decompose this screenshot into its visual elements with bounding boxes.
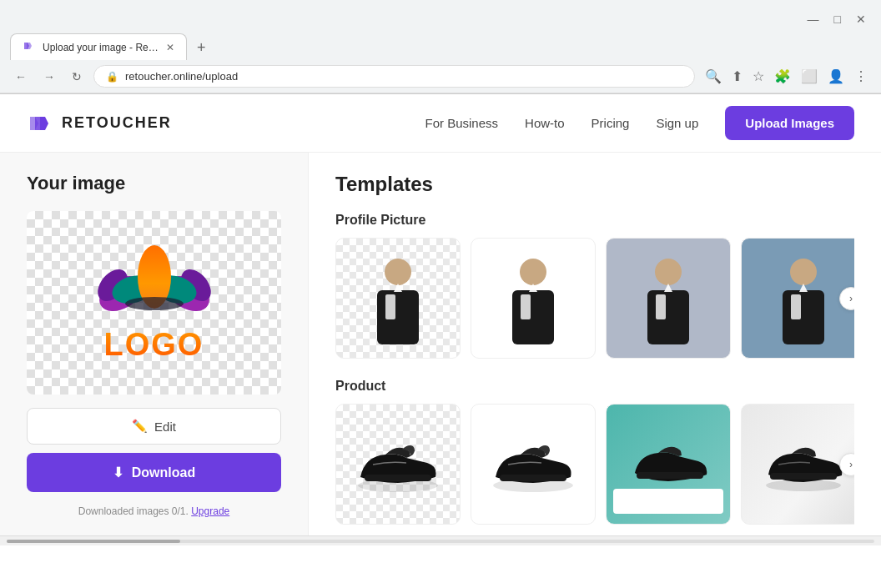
search-icon-button[interactable]: 🔍 xyxy=(702,65,725,88)
svg-point-11 xyxy=(520,259,546,285)
split-view-icon-button[interactable]: ⬜ xyxy=(798,65,821,88)
template-card-pp-transparent[interactable] xyxy=(335,238,461,359)
forward-button[interactable]: → xyxy=(38,67,60,87)
template-card-prod-teal[interactable] xyxy=(606,404,731,525)
page-wrapper: RETOUCHER For Business How-to Pricing Si… xyxy=(0,94,881,545)
svg-rect-18 xyxy=(783,290,824,344)
logo-text: RETOUCHER xyxy=(62,114,172,132)
svg-rect-19 xyxy=(791,294,801,319)
maximize-button[interactable]: □ xyxy=(829,11,846,28)
shoe-svg-white xyxy=(483,431,583,498)
profile-picture-section: Profile Picture xyxy=(335,213,854,359)
retoucher-favicon xyxy=(23,39,36,53)
template-card-prod-transparent[interactable] xyxy=(335,404,461,525)
template-card-prod-white[interactable] xyxy=(471,404,596,525)
svg-rect-24 xyxy=(637,472,703,479)
product-section-title: Product xyxy=(335,379,854,394)
svg-rect-12 xyxy=(512,290,554,344)
nav-link-pricing[interactable]: Pricing xyxy=(592,116,630,130)
logo-icon xyxy=(27,110,53,137)
lotus-icon xyxy=(96,244,213,327)
svg-rect-26 xyxy=(770,473,837,480)
template-card-pp-bluegray[interactable] xyxy=(741,238,854,359)
nav-links: For Business How-to Pricing Sign up Uplo… xyxy=(425,106,855,140)
profile-icon-button[interactable]: 👤 xyxy=(824,65,848,88)
image-preview-box: LOGO xyxy=(27,211,281,395)
back-button[interactable]: ← xyxy=(10,67,32,87)
template-card-prod-studio[interactable] xyxy=(741,404,854,525)
window-controls: — □ ✕ xyxy=(803,11,871,28)
product-grid: › xyxy=(335,404,854,525)
svg-rect-16 xyxy=(656,294,666,319)
shoe-svg-transparent xyxy=(348,431,448,498)
svg-point-7 xyxy=(125,297,184,310)
svg-point-17 xyxy=(790,259,817,285)
upload-images-button[interactable]: Upload Images xyxy=(725,106,854,140)
download-info: Downloaded images 0/1. Upgrade xyxy=(27,505,281,517)
templates-title: Templates xyxy=(335,173,854,196)
left-panel: Your image xyxy=(0,153,309,535)
horizontal-scrollbar[interactable] xyxy=(0,535,881,545)
template-card-pp-gray[interactable] xyxy=(606,238,731,359)
edit-button[interactable]: ✏️ Edit xyxy=(27,408,281,445)
close-tab-icon[interactable]: ✕ xyxy=(166,42,174,53)
svg-point-14 xyxy=(655,259,682,285)
action-buttons: ✏️ Edit ⬇ Download Downloaded images 0/1… xyxy=(27,408,281,517)
product-section: Product xyxy=(335,379,854,525)
nav-link-for-business[interactable]: For Business xyxy=(425,116,499,130)
svg-rect-23 xyxy=(500,475,566,481)
logo-text-image: LOGO xyxy=(104,327,204,363)
tab-title: Upload your image - Retoucher xyxy=(43,42,159,53)
svg-rect-15 xyxy=(647,290,689,344)
profile-picture-grid: › xyxy=(335,238,854,359)
shoe-svg-teal xyxy=(618,431,718,498)
person-svg-gray xyxy=(631,249,706,349)
nav-link-how-to[interactable]: How-to xyxy=(525,116,565,130)
main-content: Your image xyxy=(0,153,881,535)
template-card-pp-white[interactable] xyxy=(471,238,596,359)
reload-button[interactable]: ↻ xyxy=(67,67,87,87)
active-tab[interactable]: Upload your image - Retoucher ✕ xyxy=(10,33,187,60)
address-bar-actions: 🔍 ⬆ ☆ 🧩 ⬜ 👤 ⋮ xyxy=(702,65,871,88)
share-icon-button[interactable]: ⬆ xyxy=(728,65,746,88)
svg-rect-13 xyxy=(521,294,531,319)
your-image-title: Your image xyxy=(27,173,281,194)
new-tab-button[interactable]: + xyxy=(190,36,213,60)
title-bar: — □ ✕ xyxy=(0,0,881,32)
right-panel: Templates Profile Picture xyxy=(309,153,881,535)
download-button[interactable]: ⬇ Download xyxy=(27,453,281,492)
profile-picture-section-title: Profile Picture xyxy=(335,213,854,228)
person-svg-white xyxy=(496,249,571,349)
person-svg-transparent xyxy=(360,249,435,349)
address-bar[interactable]: 🔒 retoucher.online/upload xyxy=(93,65,695,88)
shoe-svg-studio xyxy=(753,431,853,498)
svg-rect-9 xyxy=(377,290,419,344)
minimize-button[interactable]: — xyxy=(803,11,824,28)
address-bar-row: ← → ↻ 🔒 retoucher.online/upload 🔍 ⬆ ☆ 🧩 … xyxy=(0,60,881,93)
url-text: retoucher.online/upload xyxy=(125,70,682,83)
menu-icon-button[interactable]: ⋮ xyxy=(851,65,871,88)
browser-chrome: — □ ✕ Upload your image - Retoucher ✕ + … xyxy=(0,0,881,94)
scrollbar-thumb xyxy=(7,540,180,543)
svg-rect-21 xyxy=(365,475,431,481)
extensions-icon-button[interactable]: 🧩 xyxy=(771,65,794,88)
nav-link-sign-up[interactable]: Sign up xyxy=(656,116,698,130)
download-icon: ⬇ xyxy=(113,465,123,480)
bookmark-icon-button[interactable]: ☆ xyxy=(749,65,768,88)
svg-point-8 xyxy=(385,259,411,285)
scrollbar-track xyxy=(7,540,874,543)
logo-preview: LOGO xyxy=(96,244,213,363)
edit-icon: ✏️ xyxy=(132,419,148,434)
tabs-bar: Upload your image - Retoucher ✕ + xyxy=(0,32,881,60)
lock-icon: 🔒 xyxy=(106,71,118,83)
upgrade-link[interactable]: Upgrade xyxy=(191,505,229,517)
logo-area: RETOUCHER xyxy=(27,110,172,137)
close-button[interactable]: ✕ xyxy=(851,11,871,28)
person-svg-bluegray xyxy=(766,249,841,349)
navbar: RETOUCHER For Business How-to Pricing Si… xyxy=(0,94,881,153)
tab-favicon-icon xyxy=(23,39,36,55)
svg-rect-10 xyxy=(385,294,395,319)
